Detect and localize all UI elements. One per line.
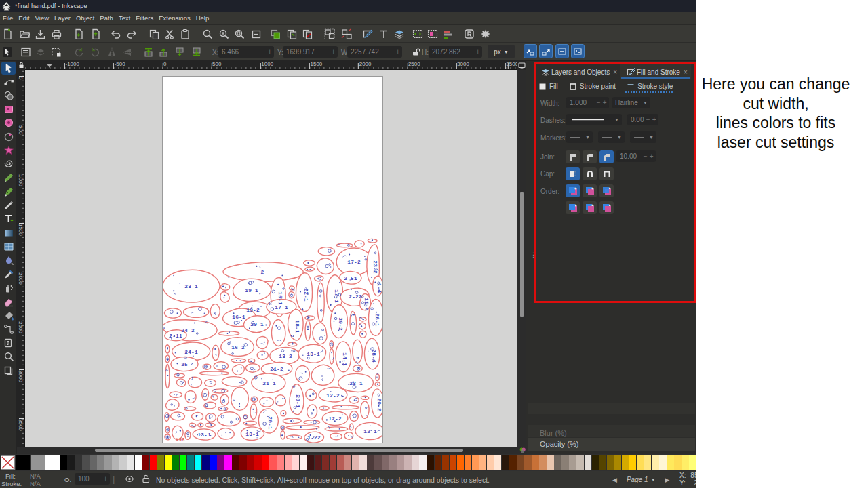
palette-swatch[interactable] [419,455,427,470]
tab-fill-and-stroke[interactable]: Fill and Stroke × [620,64,691,79]
palette-swatch[interactable] [269,455,277,470]
palette-swatch[interactable] [277,455,284,470]
dash-offset-input[interactable]: 0.00−+ [627,114,658,125]
rotate-ccw-icon[interactable] [73,47,84,58]
order-smf-button[interactable] [599,201,614,214]
subtab-stroke-paint[interactable]: Stroke paint [565,80,620,93]
close-fill-stroke-tab[interactable]: × [684,68,688,76]
horizontal-scrollbar[interactable] [17,447,517,454]
swatch-white[interactable] [45,455,60,470]
palette-swatch[interactable] [397,455,404,470]
palette-swatch[interactable] [539,455,547,470]
palette-swatch[interactable] [622,455,629,470]
mesh-tool[interactable] [1,240,16,253]
copy-icon[interactable] [149,28,159,39]
palette-swatch[interactable] [599,455,607,470]
miter-limit-input-increment[interactable]: + [648,152,654,160]
ungroup-icon[interactable] [341,28,352,39]
x-input[interactable]: 6.466−+ [218,46,274,58]
pen-tool[interactable] [1,185,16,198]
h-input-increment[interactable]: + [475,48,481,56]
cap-butt-button[interactable] [566,167,580,180]
palette-swatch[interactable] [224,455,232,470]
layer-visibility-icon[interactable] [125,474,134,483]
order-sfm-button[interactable] [583,184,597,197]
rectangle-tool[interactable] [1,102,16,115]
connector-tool[interactable] [1,323,16,336]
opacity-decrement[interactable]: − [96,475,102,483]
palette-swatch[interactable] [315,455,322,470]
palette-swatch[interactable] [292,455,300,470]
stroke-indicator-value[interactable]: N/A [30,480,41,487]
palette-swatch[interactable] [532,455,539,470]
dash-pattern-select[interactable]: ▼ [566,114,622,125]
palette-swatch[interactable] [412,455,419,470]
dash-offset-input-increment[interactable]: + [651,116,657,123]
palette-swatch[interactable] [367,455,374,470]
palette-swatch[interactable] [202,455,210,470]
dash-offset-input-decrement[interactable]: − [645,116,651,123]
canvas-viewport[interactable]: 23-124-2219-115-119-222-117-12-2217-223-… [25,70,517,447]
palette-swatch[interactable] [142,455,150,470]
swatch-black[interactable] [16,455,30,470]
palette-swatch[interactable] [389,455,397,470]
palette-swatch[interactable] [442,455,450,470]
scale-corners-toggle[interactable] [539,44,553,58]
cap-round-button[interactable] [583,167,597,180]
zoom-tool[interactable] [1,350,16,363]
palette-swatch[interactable] [607,455,614,470]
palette-swatch[interactable] [232,455,239,470]
palette-swatch[interactable] [352,455,359,470]
menu-item[interactable]: Edit [16,12,32,24]
subtab-fill[interactable]: Fill [534,80,562,93]
palette-swatch[interactable] [404,455,412,470]
next-page-button[interactable]: ▶ [665,476,670,483]
palette-swatch[interactable] [487,455,494,470]
titlebar[interactable]: *final hand.pdf - Inkscape [0,0,696,12]
palette-swatch[interactable] [517,455,524,470]
import-icon[interactable] [73,28,84,39]
swatch-none[interactable] [1,455,15,470]
lower-to-bottom-icon[interactable] [191,47,202,58]
palette-swatch[interactable] [239,455,247,470]
vertical-ruler[interactable]: 0500100015002000250030003500 [17,70,25,447]
duplicate-icon[interactable] [270,28,281,39]
fill-indicator-value[interactable]: N/A [30,472,41,480]
raise-icon[interactable] [158,47,169,58]
spiral-tool[interactable] [1,158,16,171]
miter-limit-input-decrement[interactable]: − [642,152,648,160]
opacity-input[interactable]: 100 − + [75,473,110,485]
measure-tool[interactable] [1,337,16,350]
select-all-layers-icon[interactable] [35,47,46,58]
group-icon[interactable] [324,28,335,39]
save-icon[interactable] [35,28,45,39]
palette-swatch[interactable] [644,455,652,470]
palette-swatch[interactable] [359,455,367,470]
join-round-button[interactable] [583,150,597,163]
palette-swatch[interactable] [659,455,667,470]
opacity-increment[interactable]: + [102,475,108,483]
marker-mid-select[interactable]: ▼ [598,131,625,143]
paint-bucket-tool[interactable] [1,309,16,322]
palette-swatch[interactable] [554,455,561,470]
redo-icon[interactable] [126,28,137,39]
text-dialog-icon[interactable] [378,28,389,39]
w-input-decrement[interactable]: − [389,48,395,56]
menu-item[interactable]: Layer [52,12,73,24]
palette-swatch[interactable] [585,455,592,470]
palette-swatch[interactable] [427,455,434,470]
palette-swatch[interactable] [457,455,465,470]
menu-item[interactable]: File [0,12,16,24]
clone-icon[interactable] [286,28,297,39]
move-gradients-toggle[interactable] [555,44,569,58]
palette-swatch[interactable] [330,455,337,470]
palette-swatch[interactable] [90,455,97,470]
miter-limit-input[interactable]: 10.00−+ [616,150,656,162]
palette-swatch[interactable] [112,455,119,470]
palette-swatch[interactable] [682,455,689,470]
palette-swatch[interactable] [502,455,509,470]
palette-swatch[interactable] [127,455,134,470]
subtab-stroke-style[interactable]: Stroke style [623,80,677,93]
palette-swatch[interactable] [217,455,224,470]
palette-swatch[interactable] [344,455,352,470]
